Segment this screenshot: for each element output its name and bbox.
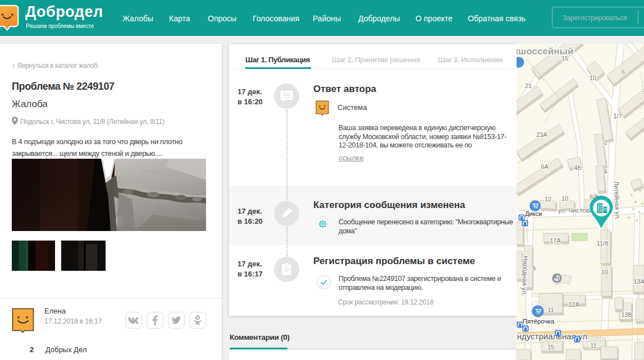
svg-text:Дикси: Дикси (525, 210, 542, 217)
svg-text:Литейная ул.: Литейная ул. (613, 181, 621, 220)
svg-text:12: 12 (545, 196, 551, 202)
svg-text:23А: 23А (536, 131, 547, 138)
svg-text:15: 15 (547, 344, 554, 350)
svg-text:Народная ул.: Народная ул. (521, 256, 529, 296)
svg-text:5: 5 (532, 265, 536, 271)
svg-text:10: 10 (601, 269, 608, 275)
svg-text:ул. Чистова: ул. Чистова (558, 207, 593, 214)
svg-text:13А: 13А (633, 278, 644, 285)
svg-text:17А: 17А (550, 237, 561, 244)
svg-text:1/7: 1/7 (613, 113, 622, 119)
svg-text:11: 11 (590, 342, 596, 349)
svg-text:10: 10 (561, 195, 568, 202)
svg-text:Пятёрочка: Пятёрочка (523, 318, 555, 325)
svg-text:4: 4 (604, 168, 607, 175)
svg-text:11: 11 (547, 307, 554, 313)
svg-text:4Б: 4Б (574, 164, 581, 171)
svg-text:10: 10 (590, 75, 596, 81)
svg-text:12А: 12А (568, 301, 579, 308)
svg-text:13В: 13В (621, 311, 632, 318)
svg-text:6: 6 (622, 68, 625, 75)
svg-text:6А: 6А (541, 163, 549, 170)
svg-text:21: 21 (525, 82, 532, 89)
svg-text:2: 2 (604, 139, 608, 146)
svg-text:11/8: 11/8 (597, 240, 609, 247)
svg-text:кшоссейный: кшоссейный (517, 46, 573, 57)
